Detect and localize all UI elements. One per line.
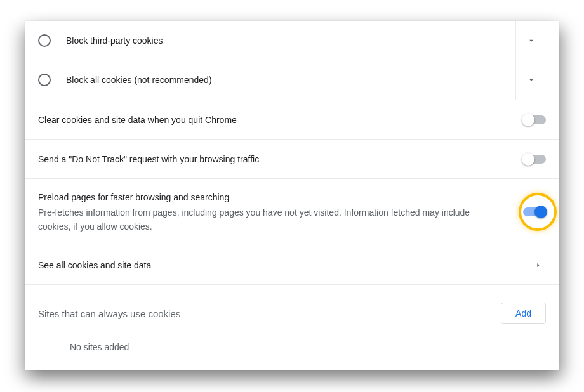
toggle-subtitle: Pre-fetches information from pages, incl… xyxy=(38,206,491,233)
radio-row-block-all[interactable]: Block all cookies (not recommended) xyxy=(25,60,559,100)
chevron-down-icon xyxy=(524,72,539,88)
settings-panel: Block third-party cookies Block all cook… xyxy=(25,21,559,370)
toggle-clear-on-quit[interactable] xyxy=(523,115,546,124)
toggle-knob xyxy=(522,153,534,166)
toggle-preload[interactable] xyxy=(523,207,546,216)
add-button[interactable]: Add xyxy=(501,303,546,324)
empty-state: No sites added xyxy=(25,329,559,365)
section-title: Sites that can always use cookies xyxy=(38,308,501,319)
radio-icon xyxy=(38,34,51,47)
toggle-row-do-not-track: Send a "Do Not Track" request with your … xyxy=(25,140,559,179)
toggle-title: Preload pages for faster browsing and se… xyxy=(38,190,491,204)
toggle-knob xyxy=(534,206,547,218)
nav-see-all-cookies[interactable]: See all cookies and site data xyxy=(25,245,559,285)
empty-text: No sites added xyxy=(70,342,129,352)
section-always-use-cookies: Sites that can always use cookies Add xyxy=(25,285,559,329)
radio-row-block-third-party[interactable]: Block third-party cookies xyxy=(25,21,559,60)
expand-button[interactable] xyxy=(515,21,546,60)
radio-label: Block third-party cookies xyxy=(51,36,515,46)
toggle-row-preload: Preload pages for faster browsing and se… xyxy=(25,179,559,245)
radio-label: Block all cookies (not recommended) xyxy=(51,75,515,85)
chevron-right-icon xyxy=(531,258,546,273)
toggle-label: Clear cookies and site data when you qui… xyxy=(38,115,523,125)
expand-button[interactable] xyxy=(515,60,546,100)
toggle-knob xyxy=(522,114,534,126)
toggle-label: Send a "Do Not Track" request with your … xyxy=(38,154,523,164)
toggle-row-clear-on-quit: Clear cookies and site data when you qui… xyxy=(25,100,559,140)
toggle-do-not-track[interactable] xyxy=(523,155,546,164)
radio-icon xyxy=(38,74,51,86)
nav-label: See all cookies and site data xyxy=(38,258,531,272)
chevron-down-icon xyxy=(524,33,539,48)
